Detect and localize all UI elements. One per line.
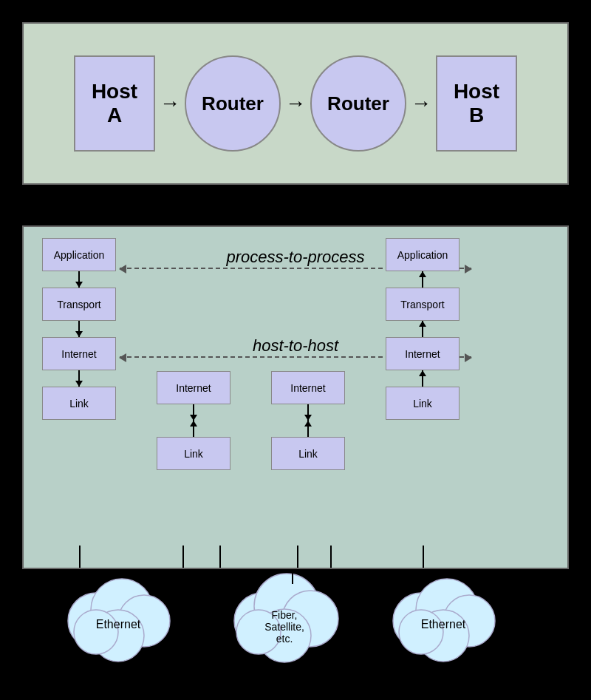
router2-internet: Internet (271, 371, 345, 404)
host-b-internet: Internet (386, 337, 460, 370)
tick-r1-left (182, 546, 184, 568)
host-a-box: Host A (74, 55, 155, 152)
h2h-arrow-head-left (119, 353, 126, 362)
router1-stack: Internet Link (157, 371, 230, 470)
ethernet-right-label: Ethernet (421, 618, 466, 631)
arrow-transport-to-internet-a (78, 321, 80, 337)
host-b-link: Link (386, 387, 460, 420)
line-to-ethernet-right (417, 569, 419, 584)
router2-stack: Internet Link (271, 371, 345, 470)
router2-label: Router (327, 92, 389, 115)
arrow-down-r1 (193, 404, 194, 421)
arrow-router1-to-router2: → (281, 92, 310, 115)
host-a-stack: Application Transport Internet Link (42, 238, 116, 420)
arrow-transport-to-app-b (422, 271, 423, 288)
arrow-link-to-internet-b (422, 370, 423, 387)
line-to-ethernet-left (78, 569, 79, 584)
host-a-application: Application (42, 238, 116, 271)
tick-r1-right (219, 546, 221, 568)
p2p-arrow-head-left (119, 265, 126, 273)
router1-bidir-arrows (193, 404, 194, 437)
router2-bidir-arrows (307, 404, 309, 437)
host-b-application: Application (386, 238, 460, 271)
line-to-r2-right (292, 569, 293, 584)
top-diagram: Host A → Router → Router → Host B (22, 22, 569, 185)
cloud-ethernet-right: Ethernet (384, 562, 502, 665)
router1-label: Router (202, 92, 264, 115)
router1-link: Link (157, 437, 230, 470)
line-to-r1-left (177, 569, 179, 584)
host-a-transport: Transport (42, 288, 116, 321)
svg-text:Fiber,: Fiber, (271, 609, 297, 621)
host-b-transport: Transport (386, 288, 460, 321)
svg-point-17 (399, 610, 443, 654)
arrow-internet-to-link-a (78, 370, 80, 387)
host-a-internet: Internet (42, 337, 116, 370)
arrow-internet-to-transport-b (422, 321, 423, 337)
router1-internet: Internet (157, 371, 230, 404)
cloud-fiber-center: Fiber, Satellite, etc. (222, 558, 347, 669)
svg-text:etc.: etc. (276, 633, 293, 645)
h2h-label: host-to-host (253, 336, 338, 356)
router2-link: Link (271, 437, 345, 470)
router1-circle: Router (185, 55, 281, 152)
arrow-app-to-transport-a (78, 271, 80, 288)
p2p-label: process-to-process (226, 248, 364, 267)
ethernet-left-label: Ethernet (96, 618, 141, 631)
host-a-link: Link (42, 387, 116, 420)
host-b-label: Host B (454, 80, 499, 127)
svg-point-4 (74, 610, 118, 654)
host-b-box: Host B (436, 55, 517, 152)
h2h-arrow-head-right (465, 353, 472, 362)
bottom-diagram: process-to-process host-to-host Applicat… (22, 225, 569, 569)
arrow-up-r2 (307, 421, 309, 437)
host-b-stack: Application Transport Internet Link (386, 238, 460, 420)
svg-text:Satellite,: Satellite, (264, 621, 304, 633)
cloud-ethernet-left: Ethernet (59, 562, 177, 665)
p2p-arrow-head (465, 265, 472, 273)
router2-circle: Router (310, 55, 406, 152)
arrow-up-r1 (193, 421, 194, 437)
arrow-host-a-to-router1: → (155, 92, 185, 115)
arrow-router2-to-host-b: → (406, 92, 436, 115)
host-a-label: Host A (92, 80, 137, 127)
arrow-down-r2 (307, 404, 309, 421)
